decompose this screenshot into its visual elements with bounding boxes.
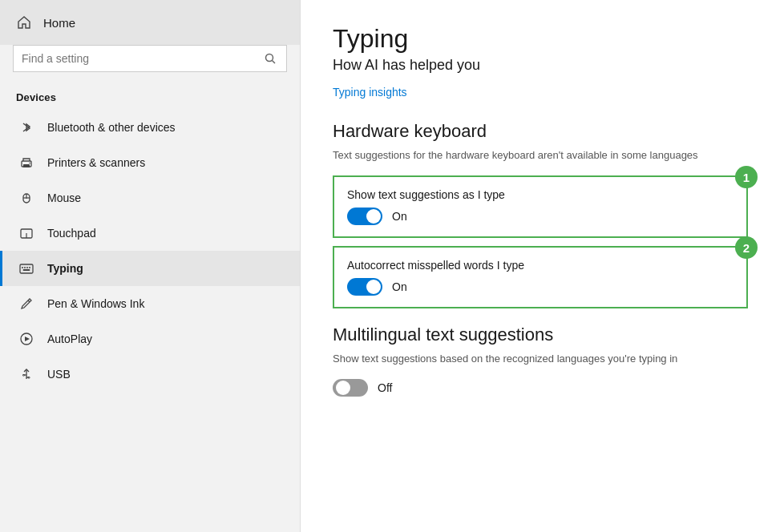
svg-rect-10 <box>20 264 33 273</box>
autoplay-icon <box>18 331 34 347</box>
sidebar-item-label: Typing <box>47 262 83 275</box>
multilingual-title: Multilingual text suggestions <box>333 324 748 345</box>
mouse-icon <box>18 190 34 206</box>
svg-line-16 <box>28 300 30 302</box>
sidebar-item-label: Pen & Windows Ink <box>47 297 144 310</box>
sidebar-section-label: Devices <box>0 85 300 110</box>
toggle2-label: Autocorrect misspelled words I type <box>347 259 734 272</box>
sidebar: Home Devices Bluetooth & other devices <box>0 0 301 532</box>
hardware-keyboard-title: Hardware keyboard <box>333 121 748 142</box>
search-input[interactable] <box>22 52 256 65</box>
sidebar-item-label: AutoPlay <box>47 332 92 345</box>
svg-line-1 <box>273 61 276 64</box>
multilingual-desc: Show text suggestions based on the recog… <box>333 352 748 366</box>
toggle2-status: On <box>392 280 407 293</box>
typing-icon <box>18 260 34 276</box>
multilingual-toggle-row: Off <box>333 379 748 397</box>
sidebar-item-label: Mouse <box>47 191 81 204</box>
pen-icon <box>18 296 34 312</box>
svg-marker-18 <box>25 337 30 341</box>
sidebar-item-label: Printers & scanners <box>47 156 145 169</box>
toggle-box-1: Show text suggestions as I type On 1 <box>333 175 748 238</box>
toggle1-label: Show text suggestions as I type <box>347 188 734 201</box>
sidebar-item-autoplay[interactable]: AutoPlay <box>0 321 300 357</box>
sidebar-item-printers[interactable]: Printers & scanners <box>0 145 300 180</box>
usb-icon <box>18 366 34 382</box>
sidebar-item-label: Bluetooth & other devices <box>47 121 176 134</box>
toggle2-switch[interactable] <box>347 278 382 296</box>
main-content: Typing How AI has helped you Typing insi… <box>301 0 780 532</box>
sidebar-home-label: Home <box>43 16 75 30</box>
search-icon <box>262 50 278 66</box>
sidebar-item-bluetooth[interactable]: Bluetooth & other devices <box>0 110 300 145</box>
sidebar-item-touchpad[interactable]: Touchpad <box>0 216 300 251</box>
toggle1-status: On <box>392 210 407 223</box>
toggle1-switch[interactable] <box>347 208 382 225</box>
sidebar-item-typing[interactable]: Typing <box>0 251 300 286</box>
multilingual-toggle-switch[interactable] <box>333 379 368 397</box>
sidebar-item-label: Touchpad <box>47 227 96 240</box>
page-subtitle: How AI has helped you <box>333 57 748 74</box>
toggle1-row: On <box>347 208 734 225</box>
sidebar-item-mouse[interactable]: Mouse <box>0 180 300 216</box>
badge-2: 2 <box>735 236 758 259</box>
multilingual-status: Off <box>378 381 392 394</box>
page-title: Typing <box>333 24 748 54</box>
printer-icon <box>18 155 34 171</box>
home-icon <box>16 14 32 30</box>
sidebar-item-usb[interactable]: USB <box>0 357 300 392</box>
bluetooth-icon <box>18 119 34 135</box>
touchpad-icon <box>18 225 34 241</box>
sidebar-home[interactable]: Home <box>0 0 300 45</box>
multilingual-section: Multilingual text suggestions Show text … <box>333 324 748 397</box>
svg-rect-3 <box>23 164 30 167</box>
hardware-keyboard-desc: Text suggestions for the hardware keyboa… <box>333 148 748 163</box>
badge-1: 1 <box>735 166 758 188</box>
sidebar-item-pen[interactable]: Pen & Windows Ink <box>0 286 300 321</box>
sidebar-search-container[interactable] <box>13 45 287 72</box>
svg-point-0 <box>266 54 273 62</box>
svg-rect-22 <box>23 375 25 377</box>
sidebar-item-label: USB <box>47 368 71 381</box>
toggle2-row: On <box>347 278 734 296</box>
svg-point-4 <box>29 163 30 164</box>
typing-insights-link[interactable]: Typing insights <box>333 86 407 99</box>
toggle-box-2: Autocorrect misspelled words I type On 2 <box>333 246 748 308</box>
